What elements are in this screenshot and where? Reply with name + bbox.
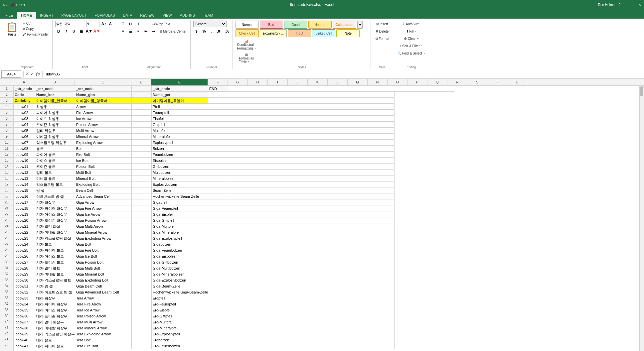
cell-data-5-0[interactable]: ibbow02 [14,110,35,116]
cell-data-12-3[interactable] [132,152,152,158]
format-painter-button[interactable]: 🖌 Format Painter [21,32,50,37]
align-right-button[interactable]: ≡ [135,28,142,35]
cell-data-44-5[interactable] [208,343,228,349]
cell-data-4-1[interactable]: 화살우 [35,104,75,110]
format-cells-button[interactable]: ⚙ Format [374,35,391,42]
cell-data-35-1[interactable]: 기가 어드밴스드 빔 셀 [35,289,75,295]
cell-D3[interactable] [132,98,152,104]
cell-data-20-0[interactable]: ibbow17 [14,199,35,205]
cell-extra[interactable] [228,116,395,122]
cell-data-37-2[interactable]: Tera Fire Arrow [75,301,132,307]
row-num-36[interactable]: 36 [0,295,13,301]
cell-data-41-1[interactable]: 테라 미네랄 화살우 [35,325,75,331]
cell-data-36-1[interactable]: 테라 화살우 [35,295,75,301]
cell-data-11-4[interactable]: Bolzen [152,146,208,152]
cell-data-16-3[interactable] [132,176,152,181]
row-num-1[interactable]: 1 [0,86,13,92]
cell-data-35-2[interactable]: Giga Advanced Beam Cell [75,289,132,295]
cell-data-19-1[interactable]: 어드밴스드 빔 셀 [35,193,75,199]
cell-data-8-4[interactable]: Multpfeil [152,128,208,134]
cell-data-24-2[interactable]: Giga Multi Arrow [75,223,132,229]
col-header-G[interactable]: G [228,79,248,85]
font-color-button[interactable]: A▼ [93,28,100,35]
cell-data-16-2[interactable]: Mineral Bolt [75,176,132,181]
cell-data-7-3[interactable] [132,122,152,128]
cell-data-43-1[interactable]: 테라 볼트 [35,337,75,343]
row-num-37[interactable]: 37 [0,301,13,307]
cell-D1[interactable] [132,86,152,92]
col-header-L[interactable]: L [328,79,348,85]
cell-data-32-1[interactable]: 기가 미네랄 볼트 [35,271,75,277]
cell-data-30-1[interactable]: 기가 포이즌 볼트 [35,259,75,265]
row-num-8[interactable]: 8 [0,128,13,134]
cell-data-7-2[interactable]: Poison Arrow [75,122,132,128]
indent-decrease-button[interactable]: ⇤ [143,28,149,35]
cell-data-44-1[interactable]: 테라 파이어 볼트 [35,343,75,349]
row-num-2[interactable]: 2 [0,92,13,98]
percent-button[interactable]: % [201,28,208,35]
cell-data-18-5[interactable] [208,187,228,193]
cell-extra[interactable] [228,313,395,319]
cell-H1[interactable] [248,86,268,92]
cell-data-9-3[interactable] [132,134,152,140]
cell-data-29-3[interactable] [132,253,152,259]
cell-data-4-0[interactable]: ibbow01 [14,104,35,110]
cell-data-9-5[interactable] [208,134,228,140]
cell-data-6-0[interactable]: ibbow03 [14,116,35,122]
cell-data-19-4[interactable]: Hochentwickelte Beam-Zelle [152,193,208,199]
increase-font-button[interactable]: A↑ [100,21,107,27]
cell-data-6-4[interactable]: Eispfeil [152,116,208,122]
decrease-font-button[interactable]: A↓ [108,21,115,27]
comma-button[interactable]: , [209,28,215,35]
cancel-formula-icon[interactable]: ✕ [26,71,29,76]
style-good[interactable]: Good [284,21,307,29]
cell-extra[interactable] [228,164,395,170]
tab-home[interactable]: HOME [17,12,36,19]
number-format-select[interactable]: General Number Currency Date [193,21,227,27]
style-note[interactable]: Note [336,29,360,37]
cell-data-29-1[interactable]: 기가 아이스 볼트 [35,253,75,259]
cell-data-31-3[interactable] [132,265,152,271]
italic-button[interactable]: I [63,28,70,35]
wrap-text-button[interactable]: ⇥ Wrap Text [150,21,172,27]
cell-data-8-0[interactable]: ibbow05 [14,128,35,134]
cell-data-6-3[interactable] [132,116,152,122]
cell-data-26-3[interactable] [132,235,152,241]
cell-data-36-2[interactable]: Tera Arrow [75,295,132,301]
cell-data-27-1[interactable]: 기가 볼트 [35,241,75,247]
cell-data-15-2[interactable]: Multi Bolt [75,170,132,176]
cell-data-24-3[interactable] [132,223,152,229]
cell-data-9-0[interactable]: ibbow06 [14,134,35,140]
cell-extra[interactable] [228,170,395,176]
cell-data-39-5[interactable] [208,313,228,319]
insert-cells-button[interactable]: ⊞ Insert [375,21,390,27]
cell-data-44-3[interactable] [132,343,152,349]
cell-C3[interactable]: 아이템이름_영국어 [75,98,132,104]
cell-data-13-1[interactable]: 아이스 볼트 [35,158,75,164]
autosum-button[interactable]: Σ AutoSum [402,21,421,27]
cell-data-25-1[interactable]: 기가 미네랄 화살우 [35,229,75,235]
cell-data-24-5[interactable] [208,223,228,229]
cell-data-30-5[interactable] [208,259,228,265]
cell-data-23-1[interactable]: 기가 포이즌 화살우 [35,217,75,223]
cell-data-35-5[interactable] [208,289,228,295]
cell-data-14-3[interactable] [132,164,152,170]
cell-extra[interactable] [228,187,395,193]
cell-A3[interactable]: CodeKey [14,98,35,104]
cell-F2[interactable] [208,92,228,98]
cell-data-14-1[interactable]: 포이즌 볼트 [35,164,75,170]
row-num-38[interactable]: 38 [0,307,13,313]
cell-extra[interactable] [228,193,395,199]
cell-data-44-2[interactable]: Tera Fire Bolt [75,343,132,349]
cell-data-15-0[interactable]: ibbow12 [14,170,35,176]
cell-data-17-3[interactable] [132,181,152,187]
cell-E1[interactable]: _str_code [152,86,208,92]
cell-extra[interactable] [228,337,395,343]
cell-extra[interactable] [228,205,395,211]
cell-extra[interactable] [228,283,395,289]
row-num-12[interactable]: 12 [0,152,13,158]
cell-data-29-2[interactable]: Giga Ice Bolt [75,253,132,259]
close-btn[interactable]: ✕ [638,3,641,7]
cell-data-5-1[interactable]: 파이어 화살우 [35,110,75,116]
tab-data[interactable]: DATA [119,12,136,19]
